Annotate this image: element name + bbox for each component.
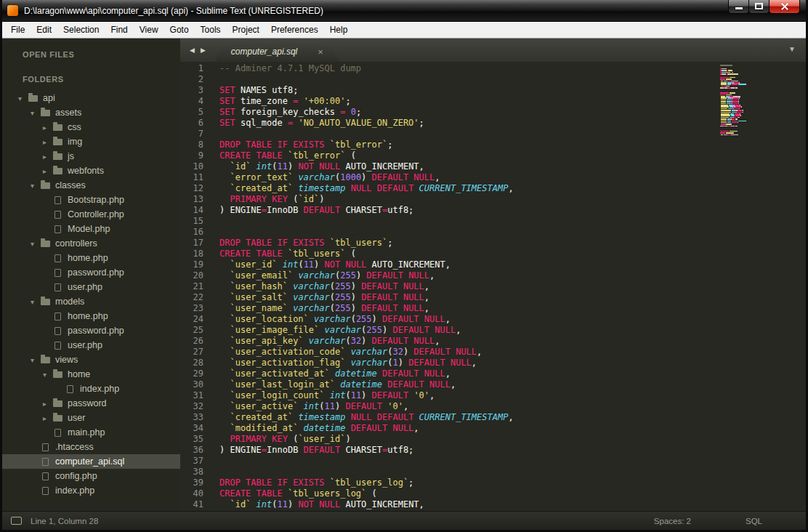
- tree-item-user[interactable]: ▸user: [2, 411, 180, 425]
- tree-item-.htaccess[interactable]: .htaccess: [2, 440, 180, 454]
- tree-item-computer-api.sql[interactable]: computer_api.sql: [2, 454, 180, 469]
- code-line[interactable]: 5SET foreign_key_checks = 0;: [180, 107, 806, 118]
- tree-item-index.php[interactable]: index.php: [2, 483, 180, 498]
- chevron-right-icon[interactable]: ▸: [43, 414, 53, 422]
- tree-item-home.php[interactable]: home.php: [2, 251, 180, 265]
- minimap[interactable]: [720, 65, 762, 136]
- indentation-setting[interactable]: Spaces: 2: [654, 517, 691, 525]
- code-line[interactable]: 22 `user_salt` varchar(255) DEFAULT NULL…: [180, 292, 806, 303]
- code-line[interactable]: 34 `modified_at` datetime DEFAULT NULL,: [180, 423, 806, 434]
- syntax-setting[interactable]: SQL: [746, 517, 762, 525]
- code-line[interactable]: 29 `user_activated_at` datetime DEFAULT …: [180, 368, 806, 379]
- code-line[interactable]: 15: [180, 216, 806, 227]
- chevron-down-icon[interactable]: ▾: [18, 94, 28, 102]
- open-files-header[interactable]: OPEN FILES: [23, 50, 180, 59]
- menu-item-project[interactable]: Project: [227, 23, 265, 37]
- tree-item-assets[interactable]: ▾assets: [2, 105, 180, 120]
- code-line[interactable]: 24 `user_location` varchar(255) DEFAULT …: [180, 314, 806, 325]
- tree-item-img[interactable]: ▸img: [2, 134, 180, 149]
- status-panel-icon[interactable]: [11, 517, 22, 525]
- code-line[interactable]: 19 `user_id` int(11) NOT NULL AUTO_INCRE…: [180, 259, 806, 270]
- chevron-right-icon[interactable]: ▸: [43, 167, 53, 175]
- code-line[interactable]: 12 `created_at` timestamp NULL DEFAULT C…: [180, 183, 806, 194]
- tree-item-password.php[interactable]: password.php: [2, 265, 180, 280]
- tree-item-home[interactable]: ▾home: [2, 367, 180, 382]
- code-line[interactable]: 6SET sql_mode = 'NO_AUTO_VALUE_ON_ZERO';: [180, 118, 806, 129]
- code-line[interactable]: 4SET time_zone = '+00:00';: [180, 96, 806, 107]
- tab-overflow-icon[interactable]: ▼: [788, 45, 796, 53]
- tree-item-bootstrap.php[interactable]: Bootstrap.php: [2, 193, 180, 207]
- menu-item-find[interactable]: Find: [105, 23, 133, 37]
- code-line[interactable]: 16: [180, 227, 806, 238]
- chevron-down-icon[interactable]: ▾: [43, 371, 53, 379]
- code-line[interactable]: 36) ENGINE=InnoDB DEFAULT CHARSET=utf8;: [180, 445, 806, 456]
- tree-item-index.php[interactable]: index.php: [2, 382, 180, 396]
- tree-item-config.php[interactable]: config.php: [2, 469, 180, 483]
- tab-scroll-right-icon[interactable]: ▶: [198, 45, 208, 55]
- chevron-right-icon[interactable]: ▸: [43, 400, 53, 408]
- tree-item-controller.php[interactable]: Controller.php: [2, 207, 180, 222]
- chevron-down-icon[interactable]: ▾: [31, 182, 41, 190]
- code-line[interactable]: 8DROP TABLE IF EXISTS `tbl_error`;: [180, 140, 806, 150]
- chevron-right-icon[interactable]: ▸: [43, 124, 53, 132]
- tree-item-model.php[interactable]: Model.php: [2, 222, 180, 236]
- tree-item-password[interactable]: ▸password: [2, 396, 180, 411]
- chevron-down-icon[interactable]: ▾: [31, 109, 41, 117]
- menu-item-help[interactable]: Help: [324, 23, 354, 37]
- code-line[interactable]: 21 `user_hash` varchar(255) DEFAULT NULL…: [180, 281, 806, 292]
- code-line[interactable]: 25 `user_image_file` varchar(255) DEFAUL…: [180, 325, 806, 336]
- code-line[interactable]: 2: [180, 74, 806, 85]
- code-line[interactable]: 17DROP TABLE IF EXISTS `tbl_users`;: [180, 238, 806, 249]
- tree-item-webfonts[interactable]: ▸webfonts: [2, 164, 180, 178]
- code-line[interactable]: 11 `error_text` varchar(1000) DEFAULT NU…: [180, 172, 806, 183]
- tree-item-user.php[interactable]: user.php: [2, 338, 180, 352]
- tree-item-css[interactable]: ▸css: [2, 120, 180, 134]
- code-line[interactable]: 40CREATE TABLE `tbl_users_log` (: [180, 488, 806, 499]
- chevron-down-icon[interactable]: ▾: [31, 298, 41, 306]
- close-button[interactable]: [769, 0, 800, 14]
- code-line[interactable]: 1-- Adminer 4.7.1 MySQL dump: [180, 63, 806, 74]
- code-line[interactable]: 39DROP TABLE IF EXISTS `tbl_users_log`;: [180, 477, 806, 488]
- code-line[interactable]: 20 `user_email` varchar(255) DEFAULT NUL…: [180, 270, 806, 281]
- tree-item-api[interactable]: ▾api: [2, 91, 180, 105]
- code-line[interactable]: 23 `user_name` varchar(255) DEFAULT NULL…: [180, 303, 806, 314]
- code-line[interactable]: 30 `user_last_login_at` datetime DEFAULT…: [180, 379, 806, 390]
- code-line[interactable]: 37: [180, 456, 806, 467]
- menu-item-edit[interactable]: Edit: [31, 23, 57, 37]
- code-line[interactable]: 3SET NAMES utf8;: [180, 85, 806, 96]
- tree-item-models[interactable]: ▾models: [2, 294, 180, 309]
- tab-computer-api-sql[interactable]: computer_api.sql ×: [215, 41, 339, 62]
- menu-item-selection[interactable]: Selection: [57, 23, 105, 37]
- code-line[interactable]: 28 `user_activation_flag` varchar(1) DEF…: [180, 358, 806, 368]
- menu-item-tools[interactable]: Tools: [195, 23, 227, 37]
- code-line[interactable]: 14) ENGINE=InnoDB DEFAULT CHARSET=utf8;: [180, 205, 806, 216]
- code-line[interactable]: 35 PRIMARY KEY (`user_id`): [180, 434, 806, 445]
- tree-item-controllers[interactable]: ▾controllers: [2, 236, 180, 251]
- menu-item-goto[interactable]: Goto: [164, 23, 195, 37]
- tree-item-js[interactable]: ▸js: [2, 149, 180, 164]
- tab-close-icon[interactable]: ×: [318, 47, 323, 57]
- title-bar[interactable]: D:\laragon\www\api\computer_api.sql (api…: [2, 0, 806, 22]
- code-line[interactable]: 10 `id` int(11) NOT NULL AUTO_INCREMENT,: [180, 161, 806, 172]
- chevron-down-icon[interactable]: ▾: [31, 356, 41, 364]
- code-line[interactable]: 13 PRIMARY KEY (`id`): [180, 194, 806, 205]
- chevron-down-icon[interactable]: ▾: [31, 240, 41, 248]
- editor[interactable]: 1-- Adminer 4.7.1 MySQL dump23SET NAMES …: [180, 62, 806, 511]
- minimize-button[interactable]: [728, 0, 749, 14]
- tree-item-views[interactable]: ▾views: [2, 352, 180, 367]
- code-line[interactable]: 18CREATE TABLE `tbl_users` (: [180, 249, 806, 259]
- menu-item-preferences[interactable]: Preferences: [265, 23, 324, 37]
- code-line[interactable]: 41 `id` int(11) NOT NULL AUTO_INCREMENT,: [180, 499, 806, 510]
- code-line[interactable]: 33 `created_at` timestamp NULL DEFAULT C…: [180, 412, 806, 423]
- code-line[interactable]: 7: [180, 129, 806, 140]
- chevron-right-icon[interactable]: ▸: [43, 153, 53, 161]
- tree-item-classes[interactable]: ▾classes: [2, 178, 180, 193]
- code-line[interactable]: 9CREATE TABLE `tbl_error` (: [180, 150, 806, 161]
- code-line[interactable]: 31 `user_login_count` int(11) DEFAULT '0…: [180, 390, 806, 401]
- code-line[interactable]: 38: [180, 467, 806, 477]
- tree-item-home.php[interactable]: home.php: [2, 309, 180, 323]
- tree-item-user.php[interactable]: user.php: [2, 280, 180, 294]
- tab-scroll-left-icon[interactable]: ◀: [187, 45, 197, 55]
- folders-header[interactable]: FOLDERS: [23, 75, 180, 84]
- chevron-right-icon[interactable]: ▸: [43, 138, 53, 146]
